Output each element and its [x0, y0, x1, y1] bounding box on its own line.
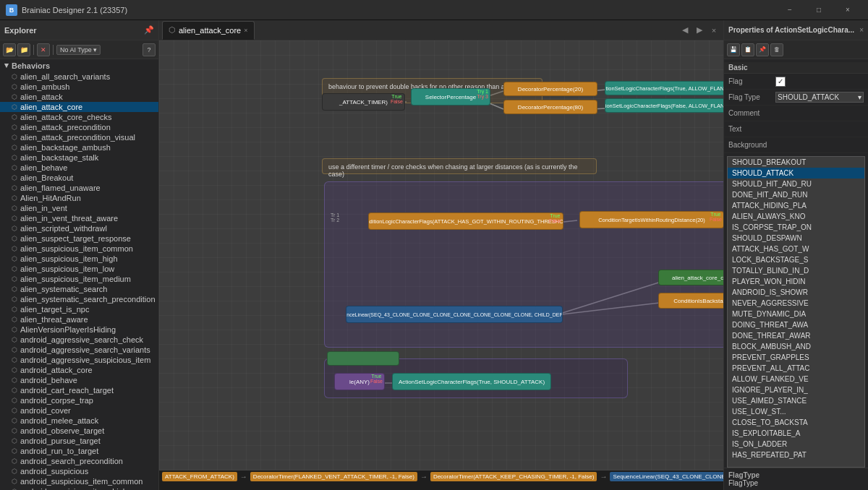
- flag-type-item-7[interactable]: SHOULD_DESPAWN: [728, 233, 864, 244]
- flag-type-item-24[interactable]: CLOSE_TO_BACKSTA: [728, 417, 864, 428]
- sidebar-item-6[interactable]: ⬡alien_attack_precondition_visual: [0, 132, 158, 142]
- node-deco-pct-80[interactable]: DecoratorPercentage(80): [503, 100, 597, 114]
- node-selector-percentage[interactable]: SelectorPercentage Try 1 Try 3: [411, 88, 490, 106]
- node-green-empty[interactable]: [327, 351, 399, 366]
- sidebar-item-23[interactable]: ⬡alien_target_is_npc: [0, 304, 158, 314]
- sidebar-item-16[interactable]: ⬡alien_suspect_target_response: [0, 233, 158, 244]
- maximize-button[interactable]: □: [804, 0, 833, 20]
- flag-type-item-23[interactable]: USE_LOW_ST...: [728, 406, 864, 417]
- sidebar-item-39[interactable]: ⬡android_suspicious: [0, 466, 158, 476]
- sidebar-item-3[interactable]: ⬡alien_attack_core: [0, 102, 158, 112]
- flag-type-item-25[interactable]: IS_EXPLOITABLE_A: [728, 428, 864, 439]
- sidebar-item-8[interactable]: ⬡alien_backstage_stalk: [0, 152, 158, 163]
- flag-type-item-4[interactable]: ATTACK_HIDING_PLA: [728, 200, 864, 211]
- sidebar-item-15[interactable]: ⬡alien_scripted_withdrawl: [0, 223, 158, 233]
- sidebar-item-5[interactable]: ⬡alien_attack_precondition: [0, 122, 158, 132]
- flag-type-item-20[interactable]: ALLOW_FLANKED_VE: [728, 374, 864, 384]
- flag-type-item-16[interactable]: DONE_THREAT_AWAR: [728, 330, 864, 341]
- flag-type-item-26[interactable]: IS_ON_LADDER: [728, 439, 864, 450]
- rp-btn-paste[interactable]: 📌: [756, 43, 769, 56]
- flag-type-item-11[interactable]: PLAYER_WON_HIDIN: [728, 276, 864, 287]
- flag-type-item-14[interactable]: MUTE_DYNAMIC_DIA: [728, 309, 864, 319]
- toolbar-btn-new[interactable]: 📁: [17, 43, 30, 56]
- sidebar-item-34[interactable]: ⬡android_melee_attack: [0, 416, 158, 426]
- flag-type-item-10[interactable]: TOTALLY_BLIND_IN_D: [728, 265, 864, 276]
- flag-type-list[interactable]: SHOULD_BREAKOUTSHOULD_ATTACKSHOULD_HIT_A…: [727, 156, 865, 468]
- flag-type-item-13[interactable]: NEVER_AGGRESSIVE: [728, 298, 864, 309]
- flag-type-item-2[interactable]: SHOULD_HIT_AND_RU: [728, 179, 864, 189]
- sidebar-item-1[interactable]: ⬡alien_ambush: [0, 82, 158, 92]
- sidebar-item-36[interactable]: ⬡android_pursue_target: [0, 436, 158, 446]
- sidebar-item-19[interactable]: ⬡alien_suspicious_item_low: [0, 264, 158, 274]
- flag-checkbox[interactable]: [775, 77, 786, 87]
- sidebar-item-12[interactable]: ⬡Alien_HitAndRun: [0, 193, 158, 203]
- node-cond-routing[interactable]: ConditionTargetIsWithinRoutingDistance(2…: [579, 211, 723, 228]
- sidebar-item-9[interactable]: ⬡alien_behave: [0, 163, 158, 173]
- toolbar-btn-close[interactable]: ✕: [37, 43, 50, 56]
- sidebar-list[interactable]: ▾ Behaviors ⬡alien_all_search_variants⬡a…: [0, 59, 158, 490]
- sidebar-item-11[interactable]: ⬡alien_flamed_unaware: [0, 183, 158, 193]
- sidebar-item-13[interactable]: ⬡alien_in_vent: [0, 203, 158, 213]
- flag-type-item-18[interactable]: PREVENT_GRAPPLES: [728, 352, 864, 363]
- tab-close-all[interactable]: ×: [707, 24, 720, 37]
- flag-type-item-5[interactable]: ALIEN_ALWAYS_KNO: [728, 211, 864, 222]
- sidebar-item-21[interactable]: ⬡alien_systematic_search: [0, 284, 158, 294]
- flag-type-item-8[interactable]: ATTACK_HAS_GOT_W: [728, 244, 864, 254]
- node-selector-any[interactable]: le(ANY) True False: [334, 373, 385, 390]
- sidebar-group-behaviors[interactable]: ▾ Behaviors: [0, 59, 158, 72]
- tab-alien-attack-core[interactable]: ⬡ alien_attack_core ×: [162, 21, 255, 40]
- sidebar-item-2[interactable]: ⬡alien_attack: [0, 92, 158, 102]
- sidebar-item-20[interactable]: ⬡alien_suspicious_item_medium: [0, 274, 158, 284]
- sidebar-item-28[interactable]: ⬡android_aggressive_suspicious_item: [0, 355, 158, 365]
- sidebar-pin-icon[interactable]: 📌: [144, 25, 154, 35]
- node-action-set-true[interactable]: ActionSetLogicCharacterFlags(True, ALLOW…: [605, 81, 723, 95]
- close-button[interactable]: ×: [833, 0, 862, 20]
- sidebar-item-29[interactable]: ⬡android_attack_core: [0, 365, 158, 375]
- node-deco-pct-20[interactable]: DecoratorPercentage(20): [503, 82, 597, 96]
- sidebar-item-17[interactable]: ⬡alien_suspicious_item_common: [0, 244, 158, 254]
- flag-type-item-12[interactable]: ANDROID_IS_SHOWR: [728, 287, 864, 298]
- sidebar-item-10[interactable]: ⬡alien_Breakout: [0, 173, 158, 183]
- sidebar-item-30[interactable]: ⬡android_behave: [0, 375, 158, 385]
- sidebar-item-33[interactable]: ⬡android_cover: [0, 405, 158, 416]
- node-action-set-false[interactable]: ActionSetLogicCharacterFlags(False, ALLO…: [605, 98, 723, 113]
- node-action-should-attack[interactable]: ActionSetLogicCharacterFlags(True, SHOUL…: [392, 373, 551, 390]
- node-seq-linear-main[interactable]: SequenceLinear(SEQ_43_CLONE_CLONE_CLONE_…: [346, 306, 563, 323]
- toolbar-btn-folder[interactable]: 📂: [3, 43, 16, 56]
- sidebar-item-32[interactable]: ⬡android_corpse_trap: [0, 395, 158, 405]
- sidebar-item-40[interactable]: ⬡android_suspicious_item_common: [0, 476, 158, 486]
- sidebar-item-14[interactable]: ⬡alien_in_vent_threat_aware: [0, 213, 158, 223]
- sidebar-item-0[interactable]: ⬡alien_all_search_variants: [0, 72, 158, 82]
- tab-close-btn[interactable]: ×: [244, 27, 247, 34]
- sidebar-item-35[interactable]: ⬡android_observe_target: [0, 426, 158, 436]
- sidebar-item-25[interactable]: ⬡AlienVersionPlayerIsHiding: [0, 324, 158, 335]
- sidebar-item-4[interactable]: ⬡alien_attack_core_checks: [0, 112, 158, 122]
- sidebar-item-27[interactable]: ⬡android_aggressive_search_variants: [0, 345, 158, 355]
- sidebar-item-31[interactable]: ⬡android_cart_reach_target: [0, 385, 158, 395]
- flag-type-dropdown[interactable]: SHOULD_ATTACK ▾: [775, 92, 864, 103]
- flag-type-item-15[interactable]: DOING_THREAT_AWA: [728, 319, 864, 330]
- sidebar-item-37[interactable]: ⬡android_run_to_target: [0, 446, 158, 456]
- minimize-button[interactable]: −: [775, 0, 804, 20]
- tab-scroll-left[interactable]: ◀: [678, 24, 692, 37]
- flag-type-item-17[interactable]: BLOCK_AMBUSH_AND: [728, 341, 864, 352]
- sidebar-item-24[interactable]: ⬡alien_threat_aware: [0, 314, 158, 324]
- right-panel-close-icon[interactable]: ×: [859, 26, 864, 34]
- sidebar-item-41[interactable]: ⬡android_suspicious_item_high: [0, 486, 158, 490]
- flag-type-item-19[interactable]: PREVENT_ALL_ATTAC: [728, 363, 864, 374]
- node-cond-logic[interactable]: ConditionLogicCharacterFlags(ATTACK_HAS_…: [368, 212, 563, 230]
- flag-type-item-21[interactable]: IGNORE_PLAYER_IN_: [728, 384, 864, 395]
- rp-btn-delete[interactable]: 🗑: [770, 43, 783, 56]
- sidebar-item-38[interactable]: ⬡android_search_precondition: [0, 456, 158, 466]
- node-attack-timer[interactable]: _ATTACK_TIMER) True False: [322, 93, 405, 111]
- toolbar-btn-filter[interactable]: ?: [142, 43, 156, 56]
- sidebar-item-26[interactable]: ⬡android_aggressive_search_check: [0, 335, 158, 345]
- node-alien-attack-core-checks[interactable]: alien_attack_core_checks: [658, 270, 723, 285]
- tab-scroll-right[interactable]: ▶: [693, 24, 706, 37]
- flag-type-item-3[interactable]: DONE_HIT_AND_RUN: [728, 189, 864, 200]
- flag-type-item-22[interactable]: USE_AIMED_STANCE: [728, 395, 864, 406]
- sidebar-item-7[interactable]: ⬡alien_backstage_ambush: [0, 142, 158, 152]
- no-ai-type-dropdown[interactable]: No AI Type ▾: [56, 45, 101, 55]
- flag-type-item-6[interactable]: IS_CORPSE_TRAP_ON: [728, 222, 864, 233]
- sidebar-item-22[interactable]: ⬡alien_systematic_search_precondition: [0, 294, 158, 304]
